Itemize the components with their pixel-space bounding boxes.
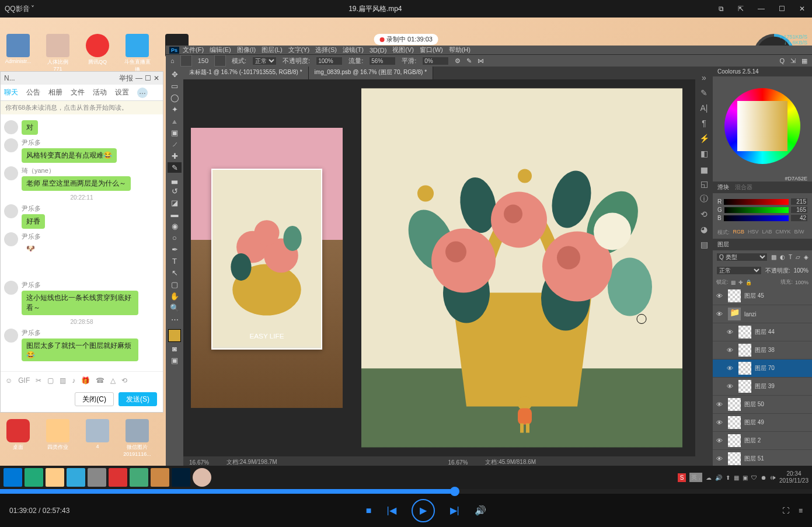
message-bubble[interactable]: 这小短线也比一条长线贯穿到底好看～ (22, 291, 138, 315)
layer-filter-select[interactable]: Q 类型 (716, 253, 768, 261)
menu-window[interactable]: 窗口(W) (417, 46, 445, 54)
zoom-level[interactable]: 16.67% (189, 459, 209, 466)
filter-type-icon[interactable]: T (789, 254, 792, 260)
layers-list[interactable]: 👁图层 45👁📁lanzi👁图层 44👁图层 38👁图层 70👁图层 39👁图层… (713, 287, 812, 468)
color-wheel[interactable] (713, 76, 812, 176)
visibility-toggle[interactable]: 👁 (716, 292, 724, 299)
layer-item[interactable]: 👁图层 50 (713, 396, 812, 414)
avatar[interactable] (4, 138, 18, 152)
tray-icon[interactable]: ▦ (734, 474, 739, 481)
pin-icon[interactable]: ⇱ (736, 5, 746, 13)
type-tool[interactable]: T (168, 256, 182, 266)
layer-blend-select[interactable]: 正常 (716, 266, 762, 275)
taskbar-explorer[interactable] (46, 468, 64, 487)
phone-icon[interactable]: ☎ (96, 376, 104, 385)
message-bubble[interactable]: 老师 星空这里画两层是为什么～ (22, 176, 131, 191)
avatar[interactable] (4, 166, 18, 180)
avatar[interactable] (4, 204, 18, 218)
system-tray[interactable]: S 英 , ☁ 🔊 ⬆ ▦ ▣ 🛡 ⏺ 🕪 20:34 2019/11/23 (678, 470, 808, 484)
ps-logo-icon[interactable]: Ps (169, 47, 179, 54)
message-bubble[interactable]: 好香 (22, 214, 45, 229)
pip-icon[interactable]: ⧉ (716, 5, 726, 13)
layer-item[interactable]: 👁图层 45 (713, 287, 812, 305)
filter-adjust-icon[interactable]: ◐ (780, 254, 785, 260)
message-list[interactable]: 对尹乐多风格转变真的是有点艰难😂琦（yane）老师 星空这里画两层是为什么～20… (1, 114, 163, 371)
ime-indicator[interactable]: 英 , (689, 473, 702, 482)
gif-icon[interactable]: GIF (18, 376, 30, 385)
menu-view[interactable]: 视图(V) (390, 46, 416, 54)
symmetry-icon[interactable]: ⋈ (478, 57, 484, 65)
tab-files[interactable]: 文件 (71, 88, 85, 97)
blur-tool[interactable]: ◉ (168, 221, 182, 231)
layer-fill-input[interactable]: 100% (795, 280, 808, 285)
desktop-icon[interactable]: 斗鱼直播直播 (123, 34, 152, 74)
r-slider[interactable] (724, 199, 789, 205)
navigator-panel-icon[interactable]: ◱ (698, 177, 710, 190)
qq-minimize-icon[interactable]: — (135, 74, 142, 82)
eraser-tool[interactable]: ◪ (168, 197, 182, 208)
taskbar-app[interactable] (151, 468, 169, 487)
visibility-toggle[interactable]: 👁 (716, 455, 724, 462)
start-button[interactable] (4, 468, 22, 487)
tab-chat[interactable]: 聊天 (4, 88, 18, 97)
filter-shape-icon[interactable]: ▱ (796, 254, 800, 260)
brush-tool[interactable]: ✎ (168, 162, 182, 173)
tray-icon[interactable]: 🛡 (751, 474, 757, 481)
taskbar-clock[interactable]: 20:34 2019/11/23 (779, 470, 808, 484)
emoji-icon[interactable]: ☺ (5, 376, 12, 385)
zoom-tool[interactable]: 🔍 (168, 302, 182, 313)
image-icon[interactable]: ▢ (47, 376, 54, 385)
visibility-toggle[interactable]: 👁 (716, 401, 724, 408)
desktop-icon[interactable]: 四类作业 (43, 419, 72, 457)
history-brush-tool[interactable]: ↺ (168, 186, 182, 196)
avatar[interactable] (4, 120, 18, 134)
mixer-tab[interactable]: 混合器 (735, 183, 752, 191)
eyedropper-tool[interactable]: ⟋ (168, 139, 182, 149)
more-icon[interactable]: … (137, 88, 148, 98)
gift-icon[interactable]: 🎁 (81, 376, 90, 385)
close-button[interactable]: 关闭(C) (75, 392, 114, 406)
menu-select[interactable]: 选择(S) (313, 46, 339, 54)
visibility-toggle[interactable]: 👁 (716, 437, 724, 444)
lock-all-icon[interactable]: 🔒 (745, 280, 752, 285)
tray-icon[interactable]: ☁ (706, 474, 712, 481)
music-icon[interactable]: ♪ (72, 376, 75, 385)
visibility-toggle[interactable]: 👁 (716, 419, 724, 426)
message-bubble[interactable]: 🐶 (22, 242, 57, 277)
menu-layer[interactable]: 图层(L) (259, 46, 284, 54)
tray-icon[interactable]: S (678, 473, 686, 482)
menu-edit[interactable]: 编辑(E) (207, 46, 234, 54)
character-panel-icon[interactable]: A| (698, 102, 710, 114)
fullscreen-icon[interactable]: ⛶ (782, 507, 789, 515)
history-icon[interactable]: ⟲ (121, 376, 127, 385)
desktop-icon[interactable]: Administr... (4, 34, 33, 74)
quick-mask-icon[interactable]: ◙ (168, 343, 182, 354)
frame-tool[interactable]: ▣ (168, 127, 182, 138)
tab-activity[interactable]: 活动 (93, 88, 107, 97)
unread-banner[interactable]: 你有68条未读消息，点击从首条开始阅读。 (1, 101, 163, 114)
filter-pixel-icon[interactable]: ▩ (771, 254, 776, 260)
menu-3d[interactable]: 3D(D) (367, 47, 389, 54)
message-bubble[interactable]: 图层太多了就找一个图层就好麻烦😂 (22, 338, 138, 361)
tab-notice[interactable]: 公告 (26, 88, 40, 97)
qq-titlebar[interactable]: N... 举报 — ☐ ✕ (1, 72, 163, 85)
mode-hsv[interactable]: HSV (748, 229, 759, 236)
share-icon[interactable]: ⇲ (790, 57, 796, 65)
dodge-tool[interactable]: ○ (168, 232, 182, 243)
filter-smart-icon[interactable]: ◈ (804, 254, 808, 260)
menu-help[interactable]: 帮助(H) (447, 46, 473, 54)
taskbar-avatar[interactable] (193, 468, 211, 487)
b-slider[interactable] (724, 215, 789, 221)
play-button[interactable]: ▶ (412, 499, 435, 522)
edit-toolbar[interactable]: ⋯ (168, 314, 182, 324)
layers-panel-icon[interactable]: ▤ (698, 238, 710, 251)
taskbar-ps[interactable] (172, 468, 190, 487)
swatches-panel-icon[interactable]: ◧ (698, 147, 710, 160)
tab-album[interactable]: 相册 (48, 88, 62, 97)
blend-mode-select[interactable]: 正常 (252, 57, 277, 65)
lock-position-icon[interactable]: ✚ (738, 280, 743, 285)
tray-icon[interactable]: ⏺ (761, 474, 766, 481)
desktop-icon[interactable]: 微信图片20191116... (123, 419, 152, 457)
next-button[interactable]: ▶| (450, 505, 459, 516)
marquee-tool[interactable]: ▭ (168, 81, 182, 91)
